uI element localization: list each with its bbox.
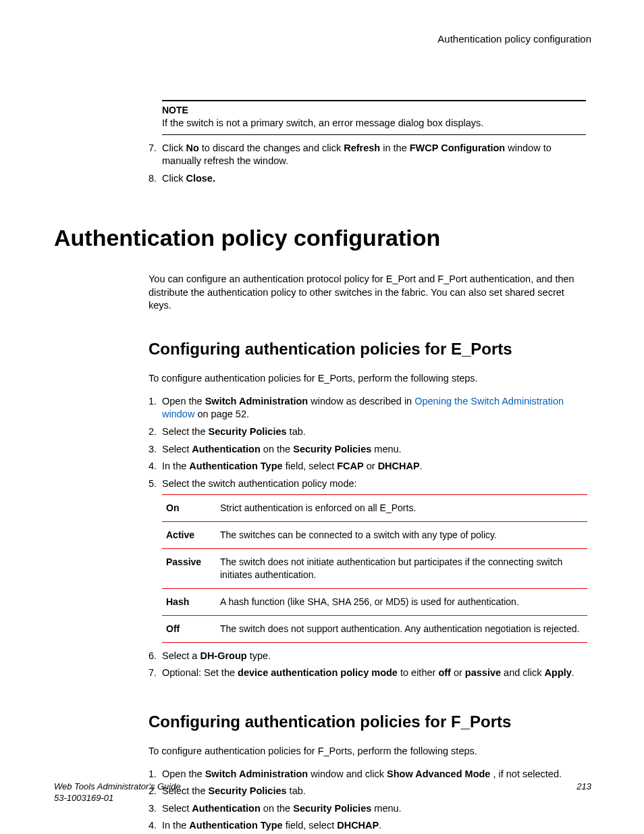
table-row: PassiveThe switch does not initiate auth… xyxy=(162,549,587,589)
text: type. xyxy=(247,650,271,661)
footer-docnum: 53-1003169-01 xyxy=(54,792,591,804)
text: Select the xyxy=(162,426,209,437)
section-intro: To configure authentication policies for… xyxy=(149,372,586,386)
note-text: If the switch is not a primary switch, a… xyxy=(162,117,586,130)
step-number: 5. xyxy=(149,477,157,491)
step-7: 7. Click No to discard the changes and c… xyxy=(149,142,586,168)
bold: Show Advanced Mode xyxy=(387,768,493,779)
step-1: 1. Open the Switch Administration window… xyxy=(149,395,586,421)
step-5: 5. Select the switch authentication poli… xyxy=(149,477,586,491)
step-number: 8. xyxy=(149,172,157,186)
text: . xyxy=(420,461,423,471)
step-4: 4. In the Authentication Type field, sel… xyxy=(149,460,586,473)
mode-name: Off xyxy=(162,615,216,642)
text: Select xyxy=(162,803,192,814)
section-intro: To configure authentication policies for… xyxy=(149,745,586,758)
bold: Security Policies xyxy=(209,426,287,437)
text: field, select xyxy=(283,820,338,831)
table-row: ActiveThe switches can be connected to a… xyxy=(162,522,587,549)
text: on page 52. xyxy=(194,409,249,419)
text: to discard the changes and click xyxy=(199,142,344,153)
note-label: NOTE xyxy=(162,104,586,117)
step-2: 2. Select the Security Policies tab. xyxy=(149,425,586,439)
text: Optional: Set the xyxy=(162,667,238,678)
text: field, select xyxy=(283,461,338,471)
table-row: OnStrict authentication is enforced on a… xyxy=(162,495,587,522)
bold: off xyxy=(438,667,451,678)
text: on the xyxy=(261,803,293,814)
bold: passive xyxy=(465,667,501,678)
bold: No xyxy=(186,142,198,153)
step-number: 1. xyxy=(149,395,157,409)
bold: Close. xyxy=(186,173,215,184)
step-number: 3. xyxy=(149,443,157,457)
note-block: NOTE If the switch is not a primary swit… xyxy=(162,100,586,134)
bold: DHCHAP xyxy=(378,461,420,471)
text: in the xyxy=(380,142,410,153)
text: Select xyxy=(162,444,192,454)
mode-desc: Strict authentication is enforced on all… xyxy=(216,495,587,522)
table-row: OffThe switch does not support authentic… xyxy=(162,615,587,642)
bold: Authentication Type xyxy=(189,820,282,831)
mode-name: Passive xyxy=(162,549,216,589)
step-1: 1. Open the Switch Administration window… xyxy=(149,768,586,781)
bold: Security Policies xyxy=(293,444,371,454)
table-row: HashA hash function (like SHA, SHA 256, … xyxy=(162,588,587,615)
bold: Switch Administration xyxy=(205,768,308,779)
text: window and click xyxy=(308,768,387,779)
policy-mode-table: OnStrict authentication is enforced on a… xyxy=(162,494,587,642)
text: tab. xyxy=(287,426,306,437)
text: In the xyxy=(162,461,189,471)
bold: DHCHAP xyxy=(337,820,379,831)
step-3: 3. Select Authentication on the Security… xyxy=(149,443,586,457)
step-7: 7. Optional: Set the device authenticati… xyxy=(149,667,586,680)
step-number: 4. xyxy=(149,460,157,473)
bold: Authentication xyxy=(192,803,261,814)
step-number: 7. xyxy=(149,667,157,680)
mode-name: Active xyxy=(162,522,216,549)
bold: Apply xyxy=(545,667,572,678)
bold: Authentication xyxy=(192,444,261,454)
mode-name: Hash xyxy=(162,588,216,615)
text: . xyxy=(379,820,381,831)
step-number: 6. xyxy=(149,650,157,663)
text: or xyxy=(451,667,465,678)
step-8: 8. Click Close. xyxy=(149,172,586,186)
intro-paragraph: You can configure an authentication prot… xyxy=(149,273,586,313)
text: Select a xyxy=(162,650,200,661)
bold: Security Policies xyxy=(293,803,371,814)
page-footer: Web Tools Administrator's Guide 53-10031… xyxy=(54,781,591,804)
text: . xyxy=(572,667,574,678)
page-number: 213 xyxy=(576,781,591,793)
bold: FCAP xyxy=(337,461,363,471)
section-heading-fports: Configuring authentication policies for … xyxy=(149,711,591,733)
bold: FWCP Configuration xyxy=(410,142,506,153)
text: In the xyxy=(162,820,189,831)
text: menu. xyxy=(371,803,401,814)
mode-desc: The switch does not support authenticati… xyxy=(216,615,587,642)
text: , if not selected. xyxy=(493,768,562,779)
page-title: Authentication policy configuration xyxy=(54,223,591,254)
eports-steps-cont: 6. Select a DH-Group type. 7. Optional: … xyxy=(149,650,586,680)
step-4: 4. In the Authentication Type field, sel… xyxy=(149,819,586,833)
text: Click xyxy=(162,142,186,153)
step-number: 1. xyxy=(149,768,157,781)
step-number: 4. xyxy=(149,819,157,833)
text: or xyxy=(364,461,378,471)
text: Open the xyxy=(162,396,205,407)
text: to either xyxy=(398,667,438,678)
step-number: 7. xyxy=(149,142,157,155)
text: Open the xyxy=(162,768,205,779)
mode-desc: The switch does not initiate authenticat… xyxy=(216,549,587,589)
mode-desc: The switches can be connected to a switc… xyxy=(216,522,587,549)
mode-name: On xyxy=(162,495,216,522)
step-number: 2. xyxy=(149,425,157,439)
bold: device authentication policy mode xyxy=(238,667,398,678)
page-content: Authentication policy configuration NOTE… xyxy=(54,32,591,834)
text: window as described in xyxy=(308,396,414,407)
text: Select the switch authentication policy … xyxy=(162,478,357,489)
bold: DH-Group xyxy=(200,650,246,661)
footer-title: Web Tools Administrator's Guide xyxy=(54,781,591,793)
bold: Switch Administration xyxy=(205,396,308,407)
section-heading-eports: Configuring authentication policies for … xyxy=(149,338,591,360)
